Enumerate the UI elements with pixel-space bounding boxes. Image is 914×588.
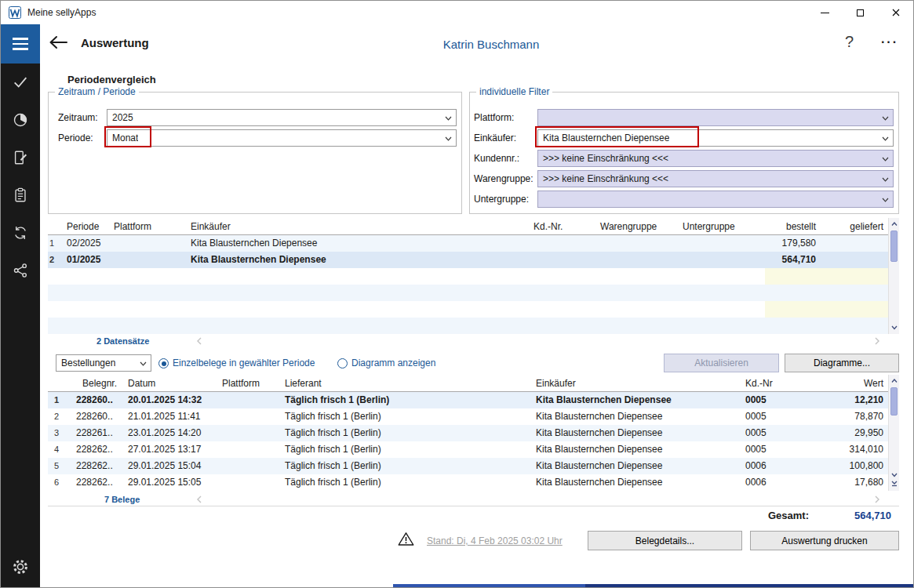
settings-button[interactable] xyxy=(1,550,40,584)
period-table-row-1[interactable]: 1 02/2025 Kita Blausternchen Diepensee 1… xyxy=(48,235,888,252)
cell-untergruppe xyxy=(679,252,754,268)
chevron-down-icon xyxy=(882,116,889,121)
scroll-down-fast-icon[interactable] xyxy=(891,481,898,487)
user-name[interactable]: Katrin Buschmann xyxy=(409,38,574,51)
next-page-icon[interactable] xyxy=(875,337,879,345)
detail-table-row-4[interactable]: 4 228262.. 27.01.2025 13:17 Täglich fris… xyxy=(48,441,888,458)
detail-table-row-2[interactable]: 2 228260.. 21.01.2025 11:41 Täglich fris… xyxy=(48,408,888,425)
sidebar-item-statistics[interactable] xyxy=(1,101,40,139)
column-header-periode[interactable]: Periode xyxy=(64,218,111,234)
untergruppe-select[interactable] xyxy=(537,191,894,208)
periode-select[interactable]: Monat xyxy=(107,129,457,147)
column-header-einkaeufer[interactable]: Einkäufer xyxy=(188,218,530,234)
refresh-button[interactable]: Aktualisieren xyxy=(664,354,779,372)
section-title: Periodenvergleich xyxy=(67,74,156,85)
kundennr-select[interactable]: >>> keine Einschränkung <<< xyxy=(537,150,894,167)
column-header-datum[interactable]: Datum xyxy=(125,375,219,391)
prev-page-icon[interactable] xyxy=(197,495,202,503)
prev-page-icon[interactable] xyxy=(197,337,202,345)
column-header-bestellt[interactable]: bestellt xyxy=(754,218,821,234)
next-page-icon[interactable] xyxy=(875,495,879,503)
cell-datum: 27.01.2025 13:17 xyxy=(125,441,219,458)
row-number: 3 xyxy=(48,425,65,441)
document-details-button[interactable]: Belegdetails... xyxy=(588,531,742,550)
column-header-wert[interactable]: Wert xyxy=(789,375,888,391)
close-icon xyxy=(892,9,900,16)
sidebar-item-invoices[interactable] xyxy=(1,139,40,176)
period-table-row-2-selected[interactable]: 2 01/2025 Kita Blausternchen Diepensee 5… xyxy=(48,252,888,268)
column-header-belegnr[interactable]: Belegnr. xyxy=(65,375,125,391)
row-number: 6 xyxy=(48,474,65,491)
column-header-lieferant[interactable]: Lieferant xyxy=(282,375,533,391)
sidebar-item-sync[interactable] xyxy=(1,214,40,252)
column-header-warengruppe[interactable]: Warengruppe xyxy=(597,218,679,234)
cell-plattform xyxy=(219,458,282,474)
radio-single-documents-label[interactable]: Einzelbelege in gewählter Periode xyxy=(173,358,315,368)
individual-filter-group: individuelle Filter Plattform: Einkäufer… xyxy=(469,92,899,214)
cell-periode: 01/2025 xyxy=(64,252,111,268)
sidebar-item-tasks[interactable] xyxy=(1,64,40,101)
column-header-geliefert[interactable]: geliefert xyxy=(821,218,888,234)
column-header-untergruppe[interactable]: Untergruppe xyxy=(679,218,754,234)
detail-table-scrollbar[interactable] xyxy=(888,375,899,491)
warning-icon[interactable] xyxy=(398,532,414,546)
cell-plattform xyxy=(219,474,282,491)
zeitraum-select[interactable]: 2025 xyxy=(107,109,457,126)
scroll-down-icon[interactable] xyxy=(891,325,898,330)
more-menu-button[interactable]: ··· xyxy=(881,35,898,49)
cell-lieferant: Täglich frisch 1 (Berlin) xyxy=(282,474,533,491)
status-timestamp-link[interactable]: Stand: Di, 4 Feb 2025 03:02 Uhr xyxy=(427,535,563,546)
cell-kdnr: 0005 xyxy=(742,408,789,425)
maximize-button[interactable] xyxy=(843,1,878,24)
sidebar-item-share[interactable] xyxy=(1,252,40,289)
column-header-kdnr[interactable]: Kd.-Nr. xyxy=(530,218,597,234)
window-title: Meine sellyApps xyxy=(27,7,96,18)
detail-table-count: 7 Belege xyxy=(104,495,140,504)
background-window-strip xyxy=(585,584,914,588)
radio-show-chart[interactable] xyxy=(337,358,348,368)
detail-table-row-5[interactable]: 5 228262.. 29.01.2025 15:04 Täglich fris… xyxy=(48,458,888,474)
cell-datum: 23.01.2025 14:20 xyxy=(125,425,219,441)
back-button[interactable] xyxy=(48,35,68,49)
close-button[interactable] xyxy=(878,1,913,24)
doc-type-value: Bestellungen xyxy=(61,358,115,368)
detail-table-row-3[interactable]: 3 228261.. 23.01.2025 14:20 Täglich fris… xyxy=(48,425,888,441)
row-number: 2 xyxy=(48,252,64,268)
warengruppe-select[interactable]: >>> keine Einschränkung <<< xyxy=(537,170,894,187)
column-header-plattform[interactable]: Plattform xyxy=(111,218,188,234)
cell-untergruppe xyxy=(679,235,754,252)
cell-wert: 12,210 xyxy=(789,392,888,408)
cell-plattform xyxy=(111,235,188,252)
scroll-up-icon[interactable] xyxy=(891,222,898,227)
scrollbar-thumb[interactable] xyxy=(890,230,898,262)
cell-bestellt: 179,580 xyxy=(754,235,821,252)
detail-table-row-1-selected[interactable]: 1 228260.. 20.01.2025 14:32 Täglich fris… xyxy=(48,392,888,408)
period-table-scrollbar[interactable] xyxy=(888,218,899,334)
column-header-einkaeufer[interactable]: Einkäufer xyxy=(533,375,742,391)
row-number: 5 xyxy=(48,458,65,474)
doc-type-select[interactable]: Bestellungen xyxy=(56,354,151,372)
chevron-down-icon xyxy=(882,177,889,182)
cell-plattform xyxy=(219,392,282,408)
gear-icon xyxy=(12,558,29,575)
menu-button[interactable] xyxy=(1,24,40,64)
column-header-kdnr[interactable]: Kd.-Nr xyxy=(742,375,789,391)
sidebar-item-orders[interactable] xyxy=(1,176,40,214)
document-edit-icon xyxy=(12,149,29,166)
radio-single-documents[interactable] xyxy=(158,358,169,368)
scroll-up-icon[interactable] xyxy=(891,379,898,383)
help-button[interactable]: ? xyxy=(845,33,854,51)
plattform-select[interactable] xyxy=(537,109,894,126)
cell-einkaeufer: Kita Blausternchen Diepensee xyxy=(533,392,742,408)
detail-table-row-6[interactable]: 6 228262.. 29.01.2025 15:05 Täglich fris… xyxy=(48,474,888,491)
cell-kdnr xyxy=(530,252,597,268)
diagrams-button[interactable]: Diagramme... xyxy=(785,354,899,372)
scroll-down-icon[interactable] xyxy=(891,473,898,477)
minimize-button[interactable] xyxy=(807,1,843,24)
scrollbar-thumb[interactable] xyxy=(890,387,898,416)
print-report-button[interactable]: Auswertung drucken xyxy=(750,531,899,550)
warengruppe-label: Warengruppe: xyxy=(474,173,533,184)
column-header-plattform[interactable]: Plattform xyxy=(219,375,282,391)
radio-show-chart-label[interactable]: Diagramm anzeigen xyxy=(351,358,435,368)
maximize-icon xyxy=(857,9,864,16)
